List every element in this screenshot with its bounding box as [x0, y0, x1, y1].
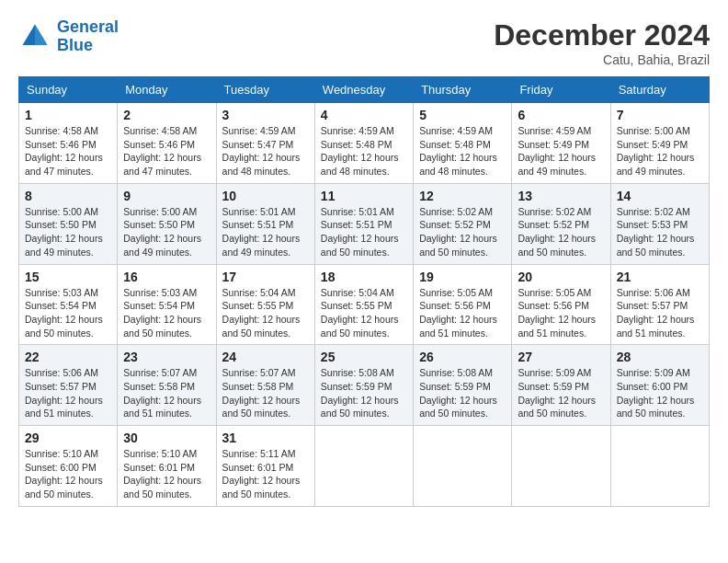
calendar-cell: 1 Sunrise: 4:58 AM Sunset: 5:46 PM Dayli…	[19, 103, 118, 184]
sunrise-label: Sunrise: 5:02 AM	[419, 206, 493, 217]
daylight-label: Daylight: 12 hours and 50 minutes.	[321, 395, 399, 419]
daylight-label: Daylight: 12 hours and 48 minutes.	[321, 152, 399, 177]
day-number: 27	[518, 350, 604, 364]
calendar-cell: 3 Sunrise: 4:59 AM Sunset: 5:47 PM Dayli…	[216, 103, 314, 184]
weekday-header: Thursday	[414, 77, 512, 103]
sunrise-label: Sunrise: 5:02 AM	[617, 206, 690, 217]
sunrise-label: Sunrise: 5:00 AM	[617, 125, 690, 136]
day-info: Sunrise: 5:10 AM Sunset: 6:00 PM Dayligh…	[25, 447, 111, 501]
sunrise-label: Sunrise: 5:06 AM	[25, 367, 98, 378]
day-number: 18	[321, 270, 407, 284]
sunrise-label: Sunrise: 4:59 AM	[419, 125, 493, 136]
day-info: Sunrise: 5:09 AM Sunset: 6:00 PM Dayligh…	[617, 366, 703, 420]
day-info: Sunrise: 5:06 AM Sunset: 5:57 PM Dayligh…	[617, 286, 703, 340]
day-info: Sunrise: 5:01 AM Sunset: 5:51 PM Dayligh…	[321, 205, 407, 259]
day-info: Sunrise: 4:58 AM Sunset: 5:46 PM Dayligh…	[25, 124, 111, 178]
day-info: Sunrise: 5:00 AM Sunset: 5:50 PM Dayligh…	[25, 205, 111, 259]
month-title: December 2024	[494, 18, 710, 52]
day-number: 13	[518, 189, 604, 203]
sunset-label: Sunset: 5:59 PM	[518, 381, 589, 392]
day-info: Sunrise: 4:59 AM Sunset: 5:48 PM Dayligh…	[419, 124, 506, 178]
calendar-cell: 23 Sunrise: 5:07 AM Sunset: 5:58 PM Dayl…	[118, 345, 216, 426]
daylight-label: Daylight: 12 hours and 49 minutes.	[518, 152, 596, 177]
day-info: Sunrise: 5:09 AM Sunset: 5:59 PM Dayligh…	[518, 366, 604, 420]
day-number: 4	[321, 108, 407, 122]
sunrise-label: Sunrise: 5:01 AM	[222, 206, 296, 217]
day-info: Sunrise: 5:04 AM Sunset: 5:55 PM Dayligh…	[222, 286, 309, 340]
weekday-header: Saturday	[610, 77, 709, 103]
sunset-label: Sunset: 5:51 PM	[222, 219, 294, 230]
calendar-cell: 22 Sunrise: 5:06 AM Sunset: 5:57 PM Dayl…	[19, 345, 118, 426]
daylight-label: Daylight: 12 hours and 50 minutes.	[617, 395, 695, 419]
calendar-cell: 18 Sunrise: 5:04 AM Sunset: 5:55 PM Dayl…	[314, 264, 413, 345]
day-info: Sunrise: 5:08 AM Sunset: 5:59 PM Dayligh…	[321, 366, 407, 420]
daylight-label: Daylight: 12 hours and 50 minutes.	[321, 314, 399, 339]
daylight-label: Daylight: 12 hours and 47 minutes.	[25, 152, 103, 177]
day-number: 1	[25, 108, 111, 122]
day-info: Sunrise: 4:59 AM Sunset: 5:49 PM Dayligh…	[518, 124, 604, 178]
sunrise-label: Sunrise: 5:07 AM	[123, 367, 197, 378]
sunset-label: Sunset: 5:58 PM	[123, 381, 195, 392]
calendar-cell: 10 Sunrise: 5:01 AM Sunset: 5:51 PM Dayl…	[216, 183, 314, 264]
sunset-label: Sunset: 5:46 PM	[25, 139, 97, 150]
sunset-label: Sunset: 5:54 PM	[25, 300, 97, 311]
day-info: Sunrise: 5:07 AM Sunset: 5:58 PM Dayligh…	[222, 366, 309, 420]
calendar-cell: 9 Sunrise: 5:00 AM Sunset: 5:50 PM Dayli…	[118, 183, 216, 264]
daylight-label: Daylight: 12 hours and 51 minutes.	[123, 395, 201, 419]
daylight-label: Daylight: 12 hours and 50 minutes.	[222, 475, 301, 500]
day-info: Sunrise: 5:11 AM Sunset: 6:01 PM Dayligh…	[222, 447, 309, 501]
calendar-cell: 24 Sunrise: 5:07 AM Sunset: 5:58 PM Dayl…	[216, 345, 314, 426]
calendar-cell: 12 Sunrise: 5:02 AM Sunset: 5:52 PM Dayl…	[414, 183, 512, 264]
day-info: Sunrise: 5:03 AM Sunset: 5:54 PM Dayligh…	[123, 286, 210, 340]
calendar-week-row: 15 Sunrise: 5:03 AM Sunset: 5:54 PM Dayl…	[19, 264, 710, 345]
daylight-label: Daylight: 12 hours and 50 minutes.	[222, 395, 301, 419]
sunrise-label: Sunrise: 5:11 AM	[222, 448, 296, 459]
daylight-label: Daylight: 12 hours and 50 minutes.	[123, 314, 201, 339]
day-number: 3	[222, 108, 309, 122]
sunset-label: Sunset: 5:47 PM	[222, 139, 294, 150]
sunset-label: Sunset: 5:56 PM	[419, 300, 491, 311]
calendar-cell: 29 Sunrise: 5:10 AM Sunset: 6:00 PM Dayl…	[19, 426, 118, 507]
sunset-label: Sunset: 5:58 PM	[222, 381, 294, 392]
calendar-cell: 31 Sunrise: 5:11 AM Sunset: 6:01 PM Dayl…	[216, 426, 314, 507]
svg-marker-1	[35, 24, 48, 45]
day-number: 14	[617, 189, 703, 203]
calendar-cell: 28 Sunrise: 5:09 AM Sunset: 6:00 PM Dayl…	[610, 345, 709, 426]
sunrise-label: Sunrise: 5:04 AM	[222, 287, 296, 298]
day-number: 22	[25, 350, 111, 364]
day-number: 15	[25, 270, 111, 284]
daylight-label: Daylight: 12 hours and 49 minutes.	[617, 152, 695, 177]
day-info: Sunrise: 5:05 AM Sunset: 5:56 PM Dayligh…	[419, 286, 506, 340]
calendar-cell: 6 Sunrise: 4:59 AM Sunset: 5:49 PM Dayli…	[512, 103, 610, 184]
sunset-label: Sunset: 5:54 PM	[123, 300, 195, 311]
sunrise-label: Sunrise: 5:10 AM	[25, 448, 98, 459]
sunset-label: Sunset: 5:49 PM	[518, 139, 589, 150]
day-number: 10	[222, 189, 309, 203]
day-number: 16	[123, 270, 210, 284]
calendar-week-row: 8 Sunrise: 5:00 AM Sunset: 5:50 PM Dayli…	[19, 183, 710, 264]
logo-line1: General	[57, 17, 119, 36]
calendar-cell	[610, 426, 709, 507]
day-number: 21	[617, 270, 703, 284]
weekday-header: Wednesday	[314, 77, 413, 103]
daylight-label: Daylight: 12 hours and 50 minutes.	[419, 233, 497, 258]
sunrise-label: Sunrise: 5:02 AM	[518, 206, 591, 217]
calendar-cell: 27 Sunrise: 5:09 AM Sunset: 5:59 PM Dayl…	[512, 345, 610, 426]
daylight-label: Daylight: 12 hours and 49 minutes.	[25, 233, 103, 258]
sunrise-label: Sunrise: 5:10 AM	[123, 448, 197, 459]
sunset-label: Sunset: 5:46 PM	[123, 139, 195, 150]
sunset-label: Sunset: 5:59 PM	[321, 381, 392, 392]
day-number: 2	[123, 108, 210, 122]
calendar-table: SundayMondayTuesdayWednesdayThursdayFrid…	[18, 76, 710, 507]
calendar-week-row: 29 Sunrise: 5:10 AM Sunset: 6:00 PM Dayl…	[19, 426, 710, 507]
daylight-label: Daylight: 12 hours and 48 minutes.	[222, 152, 301, 177]
sunrise-label: Sunrise: 5:03 AM	[123, 287, 197, 298]
calendar-cell: 21 Sunrise: 5:06 AM Sunset: 5:57 PM Dayl…	[610, 264, 709, 345]
calendar-week-row: 1 Sunrise: 4:58 AM Sunset: 5:46 PM Dayli…	[19, 103, 710, 184]
sunset-label: Sunset: 5:56 PM	[518, 300, 589, 311]
sunset-label: Sunset: 5:59 PM	[419, 381, 491, 392]
daylight-label: Daylight: 12 hours and 48 minutes.	[419, 152, 497, 177]
sunset-label: Sunset: 5:48 PM	[321, 139, 392, 150]
sunset-label: Sunset: 5:57 PM	[25, 381, 97, 392]
daylight-label: Daylight: 12 hours and 50 minutes.	[25, 314, 103, 339]
